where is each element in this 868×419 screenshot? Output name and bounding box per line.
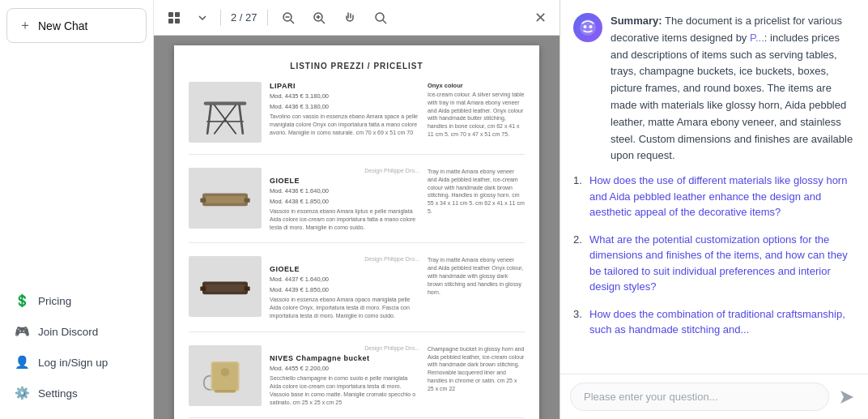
svg-rect-26 [245,287,250,291]
sidebar-item-label: Log in/Sign up [38,357,108,369]
send-button[interactable] [836,386,858,408]
svg-rect-1 [175,12,180,17]
product-image-lipari [189,82,262,143]
product-right-gioele2: Tray in matte Amara ebony veneer and Aid… [428,256,525,319]
product-right-gioele1: Tray in matte Amara ebony veneer and Aid… [428,168,525,231]
chat-questions: 1. How does the use of different materia… [560,173,868,374]
svg-rect-25 [200,287,206,291]
color-description: Ice-cream colour. A silver serving table… [428,91,525,139]
product-model-2: Mod. 4439 € 1.850,00 [270,286,419,295]
pdf-viewer: 2 / 27 [154,0,560,419]
question-text-2[interactable]: What are the potential customization opt… [589,232,855,295]
sidebar-item-discord[interactable]: 🎮 Join Discord [6,317,147,346]
product-name: GIOELE [270,177,419,185]
svg-rect-21 [200,199,206,203]
svg-rect-30 [215,390,236,393]
svg-rect-22 [245,199,250,203]
settings-icon: ⚙️ [15,386,30,400]
product-name: LIPARI [270,82,419,90]
color-desc: Tray in matte Amara ebony veneer and Aid… [428,256,525,296]
svg-rect-3 [175,19,180,24]
chat-summary: Summary: The document is a pricelist for… [611,13,855,165]
svg-point-33 [589,25,593,28]
close-pdf-button[interactable]: ✕ [530,7,551,28]
question-item-2: 2. What are the potential customization … [573,232,855,295]
svg-point-31 [580,19,596,36]
color-desc: Tray in matte Amara ebony veneer and Aid… [428,168,525,216]
sidebar-item-settings[interactable]: ⚙️ Settings [6,378,147,408]
product-row-gioele1: Design Philippe Dro... GIOELE Mod. 4436 … [189,168,525,243]
sidebar-item-login[interactable]: 👤 Log in/Sign up [6,348,147,377]
product-name: NIVES Champagne bucket [270,354,419,362]
svg-rect-20 [206,196,245,203]
chat-panel: Summary: The document is a pricelist for… [560,0,868,419]
design-credit: Design Philippe Dro... [270,256,419,262]
summary-text: The document is a pricelist for various … [611,15,853,161]
product-row: LIPARI Mod. 4435 € 3.180,00 Mod. 4436 € … [189,82,525,155]
product-row-nives: Design Philippe Dro... NIVES Champagne b… [189,345,525,419]
product-info-gioele2: Design Philippe Dro... GIOELE Mod. 4437 … [270,256,419,319]
svg-line-10 [321,20,325,24]
pricelist-title: LISTINO PREZZI / PRICELIST [189,62,525,71]
pricing-icon: 💲 [15,293,30,308]
question-text-3[interactable]: How does the combination of traditional … [589,306,855,338]
product-row-gioele2: Design Philippe Dro... GIOELE Mod. 4437 … [189,256,525,331]
product-model: Mod. 4437 € 1.640,00 [270,276,419,284]
product-image-nives [189,345,262,406]
toolbar-separator-2 [267,10,268,26]
sidebar-item-label: Join Discord [38,326,98,338]
product-description: Vassoio in essenza ebano Amara liptus e … [270,207,419,231]
svg-rect-24 [206,284,245,292]
sidebar: ＋ New Chat 💲 Pricing 🎮 Join Discord 👤 Lo… [0,0,154,419]
question-item-1: 1. How does the use of different materia… [573,173,855,220]
pdf-content[interactable]: LISTINO PREZZI / PRICELIST LIPARI [154,36,560,419]
product-model: Mod. 4455 € 2.200,00 [270,365,419,374]
question-number-1: 1. [573,173,585,220]
view-dropdown-button[interactable] [193,10,212,26]
grid-view-button[interactable] [162,7,186,28]
product-image-gioele1 [189,168,262,229]
product-info-nives: Design Philippe Dro... NIVES Champagne b… [270,345,419,407]
plus-icon: ＋ [19,17,32,34]
question-number-2: 2. [573,232,585,295]
user-icon: 👤 [15,355,30,370]
svg-rect-2 [168,19,173,24]
sidebar-item-label: Settings [38,387,78,400]
product-model: Mod. 4436 € 1.640,00 [270,187,419,196]
new-chat-button[interactable]: ＋ New Chat [6,8,147,43]
toolbar-separator [220,10,221,26]
question-number-3: 3. [573,306,585,338]
sidebar-spacer [6,49,147,286]
pdf-toolbar: 2 / 27 [154,0,560,36]
zoom-in-button[interactable] [307,7,331,28]
design-credit: Design Philippe Dro... [270,168,419,173]
design-credit: Design Philippe Dro... [270,345,419,351]
search-button[interactable] [368,7,393,28]
product-image-gioele2 [189,256,262,317]
product-right-nives: Champagne bucket in glossy horn and Aida… [428,345,525,407]
pan-tool-button[interactable] [338,7,362,28]
pdf-page: LISTINO PREZZI / PRICELIST LIPARI [174,45,539,419]
product-name: GIOELE [270,265,419,273]
question-text-1[interactable]: How does the use of different materials … [589,173,855,220]
product-model-2: Mod. 4436 € 3.180,00 [270,103,419,112]
zoom-out-button[interactable] [276,7,300,28]
sidebar-item-pricing[interactable]: 💲 Pricing [6,286,147,315]
page-indicator: 2 / 27 [231,11,257,24]
discord-icon: 🎮 [15,324,30,339]
product-model-2: Mod. 4438 € 1.850,00 [270,198,419,207]
svg-line-6 [291,20,294,24]
product-right-lipari: Onyx colour Ice-cream colour. A silver s… [428,82,525,143]
designer-link[interactable]: P... [750,32,764,44]
summary-title: Summary: [611,15,662,27]
svg-line-14 [207,105,211,134]
product-description: Vassoio in essenza ebano Amara opaco man… [270,296,419,319]
new-chat-label: New Chat [38,19,87,32]
color-desc: Champagne bucket in glossy horn and Aida… [428,345,525,393]
product-description: Tavolino con vassio in essenza ebano Ama… [270,113,419,136]
product-model: Mod. 4435 € 3.180,00 [270,92,419,101]
svg-point-11 [376,13,384,21]
svg-point-29 [221,368,230,377]
sidebar-item-label: Pricing [38,295,71,307]
chat-input[interactable] [570,383,829,411]
